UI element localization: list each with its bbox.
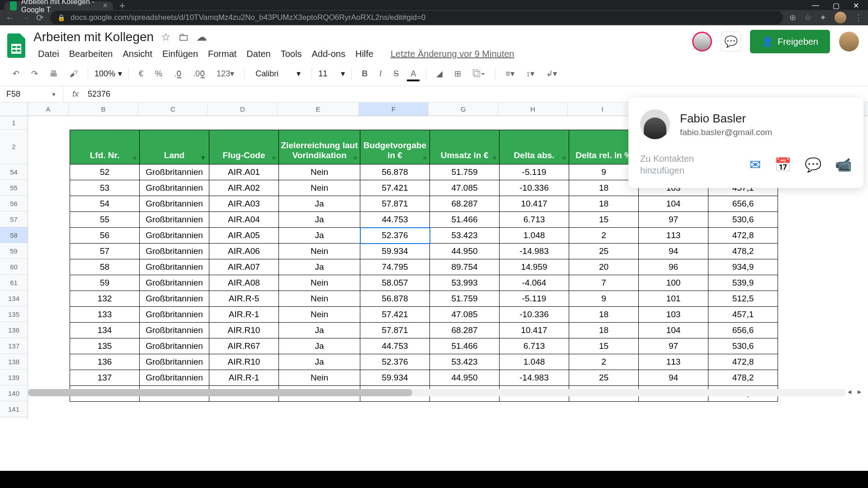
cell[interactable]: 53 (70, 180, 140, 196)
cell[interactable]: 18 (569, 323, 639, 338)
row-header[interactable]: 139 (0, 370, 28, 385)
col-header-C[interactable]: C (138, 103, 208, 116)
cloud-icon[interactable]: ☁ (196, 31, 207, 43)
browser-tab[interactable]: Arbeiten mit Kollegen - Google T × (5, 1, 113, 10)
cell[interactable]: Ja (279, 323, 360, 338)
row-header[interactable]: 140 (0, 385, 28, 401)
cell[interactable]: 57.871 (360, 196, 430, 212)
column-header[interactable]: Zielerreichung laut Vorindikation≡ (279, 130, 360, 164)
row-header[interactable]: 135 (0, 306, 28, 322)
cell[interactable]: 656,6 (708, 323, 778, 338)
table-row[interactable]: 134GroßbritannienAIR.R10Ja57.87168.28710… (70, 323, 778, 338)
new-tab-button[interactable]: + (119, 0, 125, 12)
cell[interactable]: 512,5 (708, 291, 778, 307)
cell[interactable]: 94 (639, 244, 708, 259)
menu-tools[interactable]: Tools (276, 47, 307, 61)
cell[interactable]: 6.713 (500, 338, 569, 354)
font-select[interactable]: Calibri▾ (251, 69, 305, 79)
cell[interactable]: 18 (569, 196, 639, 212)
cell[interactable]: 59.934 (360, 370, 430, 386)
cell[interactable]: Ja (279, 212, 360, 228)
user-avatar[interactable] (839, 32, 859, 52)
table-row[interactable]: 136GroßbritannienAIR.R10Ja52.37653.4231.… (70, 354, 778, 370)
column-header[interactable]: Lfd. Nr.≡ (70, 130, 140, 164)
row-header[interactable]: 137 (0, 338, 28, 354)
table-row[interactable]: 56GroßbritannienAIR.A05Ja52.37653.4231.0… (70, 228, 778, 244)
cell[interactable]: AIR.R10 (209, 354, 279, 370)
cell[interactable]: 934,9 (708, 259, 778, 275)
cell[interactable]: -4.064 (500, 275, 569, 291)
cell[interactable]: 57.421 (360, 180, 430, 196)
cell[interactable]: 68.287 (430, 196, 500, 212)
cell[interactable]: 53.423 (430, 354, 500, 370)
decrease-decimal-icon[interactable]: .0̲ (170, 66, 185, 81)
cell[interactable]: Großbritannien (140, 291, 209, 307)
print-icon[interactable]: 🖶 (46, 66, 61, 81)
cell[interactable]: 52.376 (360, 228, 430, 244)
calendar-icon[interactable]: 📅 (774, 157, 791, 173)
row-header[interactable]: 54 (0, 164, 28, 180)
halign-icon[interactable]: ≡▾ (502, 66, 518, 81)
menu-data[interactable]: Daten (242, 47, 275, 61)
cell[interactable]: AIR.A07 (209, 259, 279, 275)
cell[interactable]: 56 (70, 228, 140, 244)
scroll-left-icon[interactable]: ◄ (846, 388, 853, 395)
maximize-icon[interactable]: ▢ (833, 1, 840, 10)
row-header[interactable]: 138 (0, 354, 28, 370)
cell[interactable]: 74.795 (360, 259, 430, 275)
cell[interactable]: 44.753 (360, 212, 430, 228)
cell[interactable]: Ja (279, 259, 360, 275)
cell[interactable]: 472,8 (708, 354, 778, 370)
table-row[interactable]: 54GroßbritannienAIR.A03Ja57.87168.28710.… (70, 196, 778, 212)
cell[interactable]: 457,1 (708, 307, 778, 323)
cell[interactable]: 656,6 (708, 196, 778, 212)
col-header-D[interactable]: D (208, 103, 278, 116)
menu-help[interactable]: Hilfe (351, 47, 378, 61)
cell[interactable]: 68.287 (430, 323, 500, 338)
cell[interactable]: 94 (639, 370, 708, 386)
cell[interactable]: Großbritannien (140, 228, 209, 244)
cell[interactable]: 15 (569, 212, 639, 228)
cell[interactable]: Großbritannien (140, 244, 209, 259)
cell[interactable]: 44.950 (430, 244, 500, 259)
cell[interactable]: Nein (279, 180, 360, 196)
chat-icon[interactable]: 💬 (805, 157, 821, 173)
cell[interactable]: AIR.A03 (209, 196, 279, 212)
column-header[interactable]: Flug-Code≡ (209, 130, 279, 164)
cell[interactable]: 97 (639, 338, 708, 354)
cell[interactable]: Großbritannien (140, 196, 209, 212)
cell[interactable]: 135 (70, 338, 140, 354)
cell[interactable]: 7 (569, 275, 639, 291)
cell[interactable]: Großbritannien (140, 275, 209, 291)
cell[interactable]: -14.983 (500, 244, 569, 259)
cell[interactable]: 59.934 (360, 244, 430, 259)
cell[interactable]: Nein (279, 275, 360, 291)
email-icon[interactable]: ✉ (750, 157, 761, 173)
table-row[interactable]: 137GroßbritannienAIR.R-1Nein59.93444.950… (70, 370, 778, 386)
table-row[interactable]: 135GroßbritannienAIR.R67Ja44.75351.4666.… (70, 338, 778, 354)
share-button[interactable]: 👤 Freigeben (750, 30, 830, 53)
sheets-logo-icon[interactable] (5, 30, 28, 61)
row-header[interactable]: 2 (0, 130, 28, 164)
menu-addons[interactable]: Add-ons (307, 47, 350, 61)
table-row[interactable]: 58GroßbritannienAIR.A07Ja74.79589.75414.… (70, 259, 778, 275)
cell[interactable]: 478,2 (708, 370, 778, 386)
cell[interactable]: 113 (639, 354, 708, 370)
profile-avatar-icon[interactable] (835, 12, 846, 23)
cell[interactable]: AIR.R-5 (209, 291, 279, 307)
cell[interactable]: -5.119 (500, 291, 569, 307)
menu-insert[interactable]: Einfügen (158, 47, 203, 61)
cell[interactable]: AIR.R-1 (209, 370, 279, 386)
column-header[interactable]: Land▼ (140, 130, 209, 164)
cell[interactable]: Nein (279, 291, 360, 307)
cell[interactable]: Großbritannien (140, 370, 209, 386)
cell[interactable]: 15 (569, 338, 639, 354)
row-header[interactable]: 61 (0, 275, 28, 291)
row-header[interactable]: 56 (0, 196, 28, 211)
doc-title[interactable]: Arbeiten mit Kollegen (33, 30, 154, 44)
cell[interactable]: 25 (569, 370, 639, 386)
currency-icon[interactable]: € (135, 66, 147, 81)
cell[interactable]: 472,8 (708, 228, 778, 244)
col-header-G[interactable]: G (429, 103, 498, 116)
column-header[interactable]: Delta abs.≡ (500, 130, 569, 164)
